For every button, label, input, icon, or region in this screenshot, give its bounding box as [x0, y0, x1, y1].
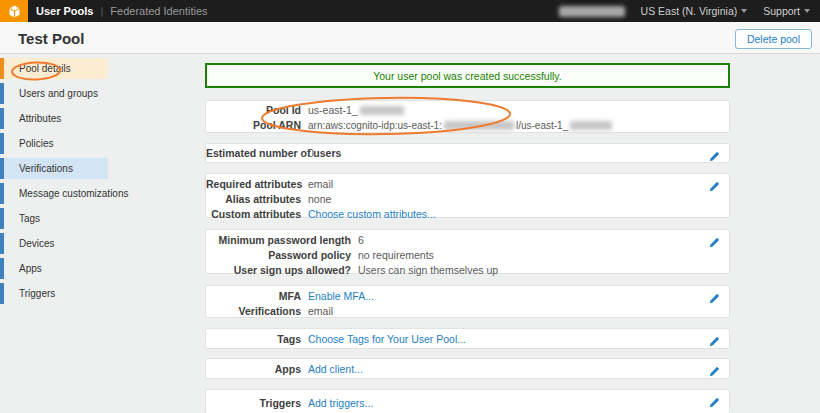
pool-arn-row: Pool ARN arn:aws:cognito-idp:us-east-1: …: [206, 118, 729, 133]
add-client-link[interactable]: Add client...: [308, 362, 363, 377]
nav-right-group: US East (N. Virginia) Support: [559, 5, 820, 17]
redacted-pool-id-suffix: [360, 106, 404, 115]
estimated-users-value: 0: [308, 146, 314, 161]
edit-pencil-icon[interactable]: [708, 179, 721, 192]
accent-bar: [0, 58, 4, 79]
main-content: Your user pool was created successfully.…: [205, 63, 730, 413]
tags-card: Tags Choose Tags for Your User Pool...: [205, 328, 730, 349]
sidebar-nav: Pool details Users and groups Attributes…: [0, 58, 108, 308]
user-signups-label: User sign ups allowed?: [206, 263, 351, 278]
enable-mfa-link[interactable]: Enable MFA...: [308, 289, 374, 304]
apps-label: Apps: [206, 362, 301, 377]
sidebar-item-message-customizations[interactable]: Message customizations: [0, 183, 108, 204]
alias-attributes-value: none: [308, 192, 331, 207]
nav-separator: |: [100, 5, 103, 17]
required-attributes-value: email: [308, 177, 333, 192]
region-menu[interactable]: US East (N. Virginia): [641, 5, 748, 17]
pool-identity-card: Pool Id us-east-1_ Pool ARN arn:aws:cogn…: [205, 100, 730, 133]
accent-bar: [0, 158, 4, 179]
accent-bar: [0, 283, 4, 304]
password-policy-label: Password policy: [206, 248, 351, 263]
sidebar-item-users-and-groups[interactable]: Users and groups: [0, 83, 108, 104]
pool-id-value: us-east-1_: [308, 103, 404, 118]
verifications-label: Verifications: [206, 304, 301, 319]
min-password-length-value: 6: [358, 233, 364, 248]
estimated-users-label: Estimated number of users: [206, 146, 301, 161]
add-triggers-link[interactable]: Add triggers...: [308, 396, 373, 411]
attributes-card: Required attributes email Alias attribut…: [205, 173, 730, 218]
pool-arn-value: arn:aws:cognito-idp:us-east-1: l/us-east…: [308, 118, 612, 133]
sidebar-item-attributes[interactable]: Attributes: [0, 108, 108, 129]
user-signups-value: Users can sign themselves up: [358, 263, 498, 278]
password-policy-value: no requirements: [358, 248, 434, 263]
triggers-label: Triggers: [206, 396, 301, 411]
success-banner: Your user pool was created successfully.: [205, 63, 730, 88]
mfa-card: MFA Enable MFA... Verifications email: [205, 285, 730, 318]
cognito-console-page: User Pools | Federated Identities US Eas…: [0, 0, 820, 413]
nav-federated-identities-link[interactable]: Federated Identities: [110, 5, 207, 17]
success-message: Your user pool was created successfully.: [373, 70, 562, 82]
redacted-account-name: [559, 6, 625, 17]
verifications-value: email: [308, 304, 333, 319]
page-header: Test Pool Delete pool: [0, 22, 820, 54]
required-attributes-label: Required attributes: [206, 177, 301, 192]
accent-bar: [0, 108, 4, 129]
accent-bar: [0, 183, 4, 204]
support-label: Support: [763, 5, 800, 17]
top-nav: User Pools | Federated Identities US Eas…: [0, 0, 820, 22]
page-title: Test Pool: [18, 30, 84, 47]
accent-bar: [0, 83, 4, 104]
pool-id-label: Pool Id: [206, 103, 301, 118]
chevron-down-icon: [804, 9, 810, 13]
mfa-label: MFA: [206, 289, 301, 304]
cube-icon: [7, 4, 22, 19]
choose-tags-link[interactable]: Choose Tags for Your User Pool...: [308, 332, 466, 347]
cognito-logo[interactable]: [0, 0, 28, 22]
edit-pencil-icon[interactable]: [708, 149, 721, 162]
support-menu[interactable]: Support: [763, 5, 810, 17]
password-policy-card: Minimum password length 6 Password polic…: [205, 229, 730, 274]
sidebar-item-devices[interactable]: Devices: [0, 233, 108, 254]
edit-pencil-icon[interactable]: [708, 291, 721, 304]
edit-pencil-icon[interactable]: [708, 395, 721, 408]
choose-custom-attributes-link[interactable]: Choose custom attributes...: [308, 207, 436, 222]
accent-bar: [0, 258, 4, 279]
triggers-card: Triggers Add triggers...: [205, 389, 730, 413]
pool-id-row: Pool Id us-east-1_: [206, 103, 729, 118]
delete-pool-button[interactable]: Delete pool: [735, 29, 812, 49]
redacted-account-id: [444, 121, 514, 130]
edit-pencil-icon[interactable]: [708, 334, 721, 347]
estimated-users-card: Estimated number of users 0: [205, 143, 730, 163]
nav-user-pools-link[interactable]: User Pools: [36, 5, 93, 17]
accent-bar: [0, 208, 4, 229]
custom-attributes-label: Custom attributes: [206, 207, 301, 222]
sidebar-item-verifications[interactable]: Verifications: [0, 158, 108, 179]
sidebar-item-apps[interactable]: Apps: [0, 258, 108, 279]
sidebar-item-triggers[interactable]: Triggers: [0, 283, 108, 304]
region-label: US East (N. Virginia): [641, 5, 738, 17]
accent-bar: [0, 233, 4, 254]
pool-arn-label: Pool ARN: [206, 118, 301, 133]
edit-pencil-icon[interactable]: [708, 364, 721, 377]
sidebar-item-pool-details[interactable]: Pool details: [0, 58, 108, 79]
accent-bar: [0, 133, 4, 154]
edit-pencil-icon[interactable]: [708, 235, 721, 248]
redacted-pool-arn-suffix: [570, 121, 612, 130]
sidebar-item-policies[interactable]: Policies: [0, 133, 108, 154]
sidebar-item-tags[interactable]: Tags: [0, 208, 108, 229]
tags-label: Tags: [206, 332, 301, 347]
alias-attributes-label: Alias attributes: [206, 192, 301, 207]
min-password-length-label: Minimum password length: [206, 233, 351, 248]
chevron-down-icon: [741, 9, 747, 13]
apps-card: Apps Add client...: [205, 358, 730, 379]
